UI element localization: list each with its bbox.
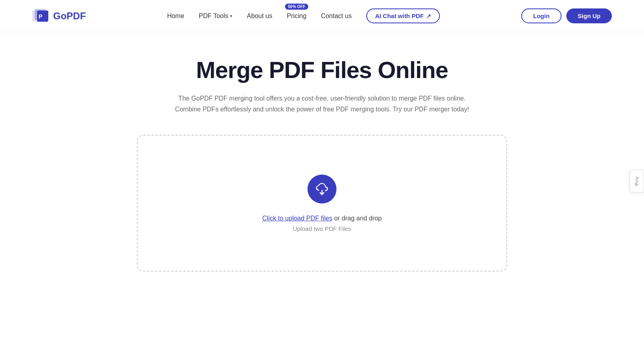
auth-buttons: Login Sign Up: [521, 8, 612, 23]
signup-button[interactable]: Sign Up: [566, 8, 612, 23]
upload-link[interactable]: Click to upload PDF files: [262, 215, 332, 222]
login-button[interactable]: Login: [521, 8, 562, 23]
nav-about-us[interactable]: About us: [247, 12, 272, 20]
logo-link[interactable]: P GoPDF: [32, 9, 86, 23]
upload-drag-text: or drag and drop: [332, 215, 382, 222]
main-nav: Home PDF Tools ▾ About us 50% OFF Pricin…: [167, 8, 440, 23]
chevron-down-icon: ▾: [230, 13, 232, 19]
upload-subtext: Upload two PDF Files: [293, 225, 351, 232]
upload-area[interactable]: Click to upload PDF files or drag and dr…: [137, 135, 507, 272]
nav-pdf-tools[interactable]: PDF Tools ▾: [199, 12, 233, 20]
logo-text: GoPDF: [53, 10, 86, 22]
main-header: P GoPDF Home PDF Tools ▾ About us 50% OF…: [0, 0, 644, 32]
upload-cloud-icon: [315, 182, 329, 196]
side-widget-text: Priv: [634, 177, 639, 186]
main-content: Merge PDF Files Online The GoPDF PDF mer…: [0, 32, 644, 288]
pricing-badge: 50% OFF: [285, 4, 309, 10]
ai-chat-label: AI Chat with PDF: [375, 12, 424, 19]
page-description: The GoPDF PDF merging tool offers you a …: [169, 93, 475, 115]
ai-chat-button[interactable]: AI Chat with PDF ↗: [366, 8, 440, 23]
nav-pricing-wrapper: 50% OFF Pricing: [287, 12, 306, 20]
upload-text: Click to upload PDF files or drag and dr…: [262, 215, 382, 222]
nav-contact[interactable]: Contact us: [321, 12, 351, 20]
page-title: Merge PDF Files Online: [196, 56, 448, 83]
nav-pricing[interactable]: Pricing: [287, 12, 306, 20]
side-widget[interactable]: Priv: [630, 170, 644, 193]
external-link-icon: ↗: [426, 13, 431, 19]
svg-text:P: P: [39, 13, 42, 20]
upload-icon-circle: [308, 175, 336, 204]
logo-icon: P: [32, 9, 50, 23]
nav-home[interactable]: Home: [167, 12, 184, 20]
